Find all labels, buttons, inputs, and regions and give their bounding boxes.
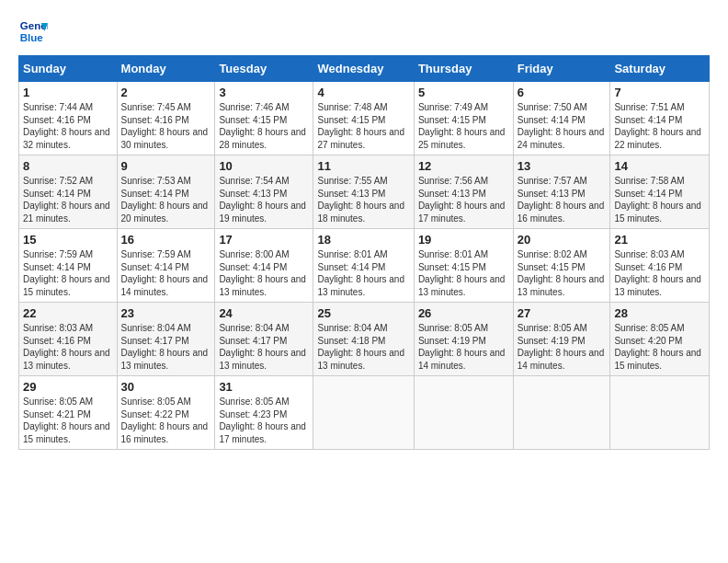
day-number: 29	[23, 380, 113, 394]
calendar-cell: 1Sunrise: 7:44 AMSunset: 4:16 PMDaylight…	[19, 82, 118, 155]
cell-info: Sunrise: 7:52 AMSunset: 4:14 PMDaylight:…	[23, 175, 113, 224]
day-number: 27	[518, 306, 607, 320]
day-number: 11	[317, 159, 409, 173]
col-friday: Friday	[513, 56, 610, 82]
calendar-cell	[513, 376, 610, 450]
cell-info: Sunrise: 8:05 AMSunset: 4:21 PMDaylight:…	[23, 396, 113, 445]
cell-info: Sunrise: 8:00 AMSunset: 4:14 PMDaylight:…	[219, 248, 309, 298]
col-monday: Monday	[117, 56, 215, 82]
cell-info: Sunrise: 7:55 AMSunset: 4:13 PMDaylight:…	[317, 175, 409, 224]
cell-info: Sunrise: 8:05 AMSunset: 4:20 PMDaylight:…	[614, 322, 705, 372]
cell-info: Sunrise: 8:04 AMSunset: 4:18 PMDaylight:…	[317, 322, 409, 372]
calendar-cell: 28Sunrise: 8:05 AMSunset: 4:20 PMDayligh…	[610, 303, 710, 376]
cell-info: Sunrise: 8:05 AMSunset: 4:19 PMDaylight:…	[418, 322, 509, 372]
cell-info: Sunrise: 7:53 AMSunset: 4:14 PMDaylight:…	[121, 175, 211, 224]
cell-info: Sunrise: 7:57 AMSunset: 4:13 PMDaylight:…	[518, 175, 607, 224]
day-number: 21	[614, 233, 705, 247]
calendar-cell: 7Sunrise: 7:51 AMSunset: 4:14 PMDaylight…	[610, 82, 710, 155]
page: General Blue Sunday Monday Tuesday Wedne…	[0, 0, 728, 459]
day-number: 24	[219, 306, 309, 320]
calendar-cell: 18Sunrise: 8:01 AMSunset: 4:14 PMDayligh…	[313, 229, 414, 303]
day-number: 28	[614, 306, 705, 320]
day-number: 14	[614, 159, 705, 173]
day-number: 17	[219, 233, 309, 247]
calendar-cell	[414, 376, 513, 450]
calendar-cell: 12Sunrise: 7:56 AMSunset: 4:13 PMDayligh…	[414, 155, 513, 229]
calendar-cell: 19Sunrise: 8:01 AMSunset: 4:15 PMDayligh…	[414, 229, 513, 303]
calendar-cell: 23Sunrise: 8:04 AMSunset: 4:17 PMDayligh…	[117, 303, 215, 376]
calendar-cell: 10Sunrise: 7:54 AMSunset: 4:13 PMDayligh…	[215, 155, 313, 229]
day-number: 30	[121, 380, 211, 394]
day-number: 16	[121, 233, 211, 247]
calendar-cell: 14Sunrise: 7:58 AMSunset: 4:14 PMDayligh…	[610, 155, 710, 229]
day-number: 4	[317, 86, 409, 99]
calendar-cell: 17Sunrise: 8:00 AMSunset: 4:14 PMDayligh…	[215, 229, 313, 303]
col-saturday: Saturday	[610, 56, 710, 82]
day-number: 10	[219, 159, 309, 173]
cell-info: Sunrise: 8:03 AMSunset: 4:16 PMDaylight:…	[614, 248, 705, 298]
calendar-cell: 29Sunrise: 8:05 AMSunset: 4:21 PMDayligh…	[19, 376, 118, 450]
calendar-cell: 25Sunrise: 8:04 AMSunset: 4:18 PMDayligh…	[313, 303, 414, 376]
calendar-cell: 3Sunrise: 7:46 AMSunset: 4:15 PMDaylight…	[215, 82, 313, 155]
cell-info: Sunrise: 7:50 AMSunset: 4:14 PMDaylight:…	[518, 101, 607, 151]
cell-info: Sunrise: 7:59 AMSunset: 4:14 PMDaylight:…	[121, 248, 211, 298]
calendar-cell: 16Sunrise: 7:59 AMSunset: 4:14 PMDayligh…	[117, 229, 215, 303]
col-sunday: Sunday	[19, 56, 118, 82]
col-tuesday: Tuesday	[215, 56, 313, 82]
calendar-week-3: 15Sunrise: 7:59 AMSunset: 4:14 PMDayligh…	[19, 229, 710, 303]
calendar-cell: 2Sunrise: 7:45 AMSunset: 4:16 PMDaylight…	[117, 82, 215, 155]
col-thursday: Thursday	[414, 56, 513, 82]
calendar-cell: 11Sunrise: 7:55 AMSunset: 4:13 PMDayligh…	[313, 155, 414, 229]
calendar-table: Sunday Monday Tuesday Wednesday Thursday…	[18, 55, 710, 450]
cell-info: Sunrise: 8:04 AMSunset: 4:17 PMDaylight:…	[121, 322, 211, 372]
calendar-week-5: 29Sunrise: 8:05 AMSunset: 4:21 PMDayligh…	[19, 376, 710, 450]
calendar-cell: 27Sunrise: 8:05 AMSunset: 4:19 PMDayligh…	[513, 303, 610, 376]
cell-info: Sunrise: 8:05 AMSunset: 4:23 PMDaylight:…	[219, 396, 309, 445]
header: General Blue	[18, 17, 710, 46]
cell-info: Sunrise: 8:05 AMSunset: 4:22 PMDaylight:…	[121, 396, 211, 445]
day-number: 13	[518, 159, 607, 173]
cell-info: Sunrise: 8:04 AMSunset: 4:17 PMDaylight:…	[219, 322, 309, 372]
day-number: 3	[219, 86, 309, 99]
calendar-cell: 26Sunrise: 8:05 AMSunset: 4:19 PMDayligh…	[414, 303, 513, 376]
header-row: Sunday Monday Tuesday Wednesday Thursday…	[19, 56, 710, 82]
day-number: 19	[418, 233, 509, 247]
calendar-cell	[313, 376, 414, 450]
calendar-week-4: 22Sunrise: 8:03 AMSunset: 4:16 PMDayligh…	[19, 303, 710, 376]
day-number: 26	[418, 306, 509, 320]
calendar-week-1: 1Sunrise: 7:44 AMSunset: 4:16 PMDaylight…	[19, 82, 710, 155]
logo: General Blue	[18, 17, 48, 46]
cell-info: Sunrise: 8:05 AMSunset: 4:19 PMDaylight:…	[518, 322, 607, 372]
day-number: 1	[23, 86, 113, 99]
cell-info: Sunrise: 7:56 AMSunset: 4:13 PMDaylight:…	[418, 175, 509, 224]
cell-info: Sunrise: 7:48 AMSunset: 4:15 PMDaylight:…	[317, 101, 409, 151]
calendar-cell: 21Sunrise: 8:03 AMSunset: 4:16 PMDayligh…	[610, 229, 710, 303]
svg-text:Blue: Blue	[20, 32, 44, 43]
cell-info: Sunrise: 7:58 AMSunset: 4:14 PMDaylight:…	[614, 175, 705, 224]
cell-info: Sunrise: 7:54 AMSunset: 4:13 PMDaylight:…	[219, 175, 309, 224]
calendar-week-2: 8Sunrise: 7:52 AMSunset: 4:14 PMDaylight…	[19, 155, 710, 229]
day-number: 22	[23, 306, 113, 320]
day-number: 31	[219, 380, 309, 394]
day-number: 5	[418, 86, 509, 99]
calendar-cell: 22Sunrise: 8:03 AMSunset: 4:16 PMDayligh…	[19, 303, 118, 376]
day-number: 9	[121, 159, 211, 173]
cell-info: Sunrise: 7:46 AMSunset: 4:15 PMDaylight:…	[219, 101, 309, 151]
day-number: 23	[121, 306, 211, 320]
calendar-cell: 20Sunrise: 8:02 AMSunset: 4:15 PMDayligh…	[513, 229, 610, 303]
day-number: 12	[418, 159, 509, 173]
cell-info: Sunrise: 7:51 AMSunset: 4:14 PMDaylight:…	[614, 101, 705, 151]
day-number: 15	[23, 233, 113, 247]
cell-info: Sunrise: 8:01 AMSunset: 4:14 PMDaylight:…	[317, 248, 409, 298]
cell-info: Sunrise: 7:45 AMSunset: 4:16 PMDaylight:…	[121, 101, 211, 151]
cell-info: Sunrise: 8:02 AMSunset: 4:15 PMDaylight:…	[518, 248, 607, 298]
cell-info: Sunrise: 7:59 AMSunset: 4:14 PMDaylight:…	[23, 248, 113, 298]
calendar-cell: 6Sunrise: 7:50 AMSunset: 4:14 PMDaylight…	[513, 82, 610, 155]
cell-info: Sunrise: 8:03 AMSunset: 4:16 PMDaylight:…	[23, 322, 113, 372]
calendar-body: 1Sunrise: 7:44 AMSunset: 4:16 PMDaylight…	[19, 82, 710, 450]
calendar-cell: 15Sunrise: 7:59 AMSunset: 4:14 PMDayligh…	[19, 229, 118, 303]
cell-info: Sunrise: 8:01 AMSunset: 4:15 PMDaylight:…	[418, 248, 509, 298]
day-number: 7	[614, 86, 705, 99]
calendar-cell	[610, 376, 710, 450]
col-wednesday: Wednesday	[313, 56, 414, 82]
